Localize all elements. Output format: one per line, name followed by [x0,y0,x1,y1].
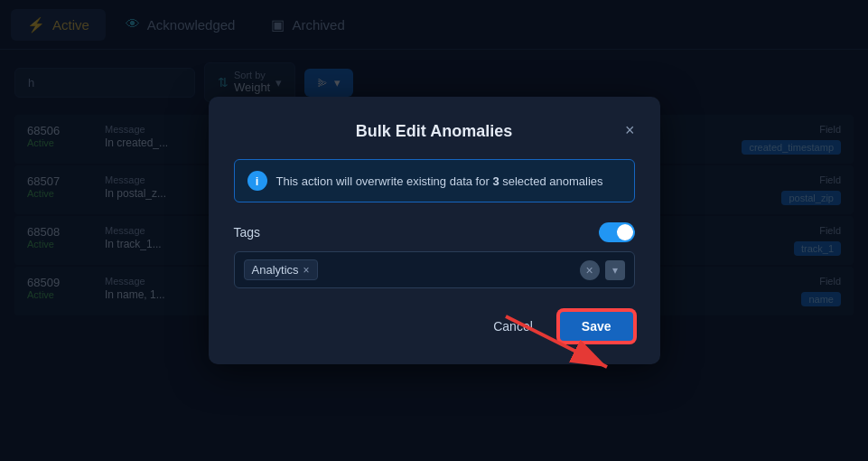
bulk-edit-modal: Bulk Edit Anomalies × i This action will… [209,97,660,364]
info-prefix: This action will overwrite existing data… [276,174,493,188]
tags-dropdown-button[interactable]: ▾ [605,260,625,280]
cancel-button[interactable]: Cancel [481,312,546,341]
tag-chip-close-icon[interactable]: × [303,264,310,277]
tags-input-controls: × ▾ [580,260,625,280]
tags-section: Tags Analytics × × ▾ [234,222,635,288]
tags-clear-button[interactable]: × [580,260,600,280]
info-text: This action will overwrite existing data… [276,174,603,188]
tags-toggle[interactable] [599,222,635,242]
info-count: 3 [492,174,499,188]
info-icon: i [247,171,267,191]
tag-chip-label: Analytics [252,263,299,277]
info-banner: i This action will overwrite existing da… [234,159,635,202]
modal-title: Bulk Edit Anomalies [356,122,512,141]
modal-close-button[interactable]: × [625,122,635,138]
tags-input-wrapper[interactable]: Analytics × × ▾ [234,251,635,288]
tags-header: Tags [234,222,635,242]
tag-chip-analytics: Analytics × [244,259,318,280]
info-suffix: selected anomalies [499,174,603,188]
modal-overlay: Bulk Edit Anomalies × i This action will… [0,0,868,461]
modal-header: Bulk Edit Anomalies × [234,122,635,141]
tags-label: Tags [234,225,261,240]
modal-footer: Cancel Save [234,310,635,343]
save-button[interactable]: Save [558,310,635,343]
